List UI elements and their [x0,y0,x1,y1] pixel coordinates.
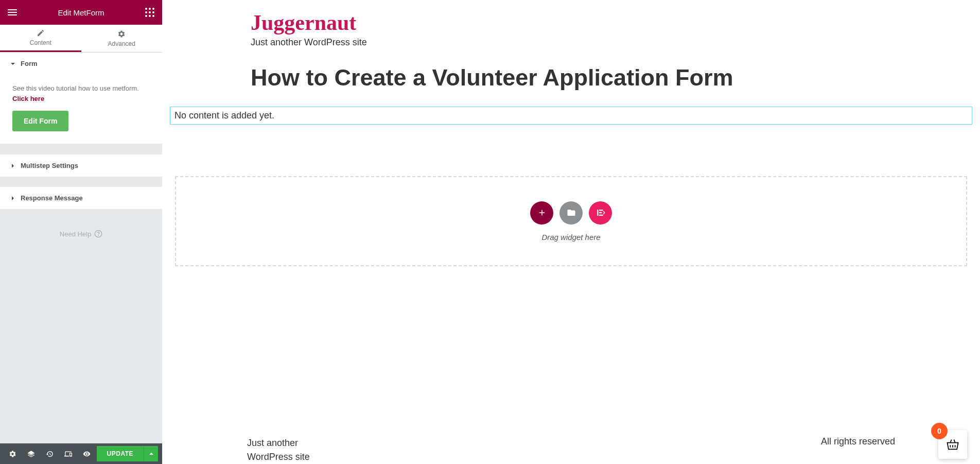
folder-icon [567,208,576,217]
sidebar-header: Edit MetForm [0,0,162,25]
section-multistep-title: Multistep Settings [21,162,78,169]
sidebar: Edit MetForm Content Advanced Form [0,0,162,464]
apps-grid-icon[interactable] [144,6,156,19]
basket-icon [946,437,960,452]
section-multistep[interactable]: Multistep Settings [0,154,162,177]
responsive-icon[interactable] [60,445,76,462]
no-content-placeholder[interactable]: No content is added yet. [170,107,972,125]
sidebar-footer: UPDATE [0,443,162,464]
svg-rect-14 [599,215,603,216]
svg-point-7 [149,15,151,17]
cart-widget: 0 [938,430,967,459]
panel-tabs: Content Advanced [0,25,162,53]
tab-advanced[interactable]: Advanced [81,25,163,52]
svg-point-5 [152,11,154,13]
ek-icon [596,208,605,217]
help-icon [94,230,102,238]
drop-zone[interactable]: Drag widget here [175,176,967,266]
update-dropdown-button[interactable] [144,446,158,461]
svg-point-2 [152,8,154,10]
preview-icon[interactable] [78,445,95,462]
svg-point-8 [152,15,154,17]
footer-tagline: Just another WordPress site [247,436,340,464]
settings-icon[interactable] [4,445,21,462]
svg-point-6 [145,15,147,17]
svg-rect-11 [597,210,598,216]
need-help[interactable]: Need Help [0,209,162,259]
section-response[interactable]: Response Message [0,187,162,209]
svg-point-1 [149,8,151,10]
history-icon[interactable] [41,445,58,462]
site-title[interactable]: Juggernaut [251,10,975,35]
template-library-button[interactable] [559,201,583,225]
hamburger-icon[interactable] [6,6,19,19]
svg-point-10 [98,235,99,236]
plus-icon [537,208,547,217]
section-form-header[interactable]: Form [0,53,162,75]
caret-right-icon [10,163,15,168]
section-form-title: Form [21,60,38,67]
divider [0,177,162,187]
site-tagline: Just another WordPress site [251,37,975,48]
footer-rights: All rights reserved [821,436,895,447]
tab-advanced-label: Advanced [108,40,135,47]
need-help-label: Need Help [60,230,91,238]
elementskit-button[interactable] [589,201,612,225]
tutorial-link[interactable]: Click here [12,95,44,102]
edit-form-button[interactable]: Edit Form [12,111,68,131]
drag-hint: Drag widget here [541,233,600,242]
page-title: How to Create a Volunteer Application Fo… [167,63,733,92]
caret-down-icon [10,61,15,66]
add-section-button[interactable] [530,201,553,225]
cart-count-badge: 0 [931,423,948,439]
gear-icon [117,30,126,38]
preview-footer: Just another WordPress site All rights r… [162,431,980,464]
site-header: Juggernaut Just another WordPress site [167,10,975,48]
preview-area: Juggernaut Just another WordPress site H… [162,0,980,464]
svg-rect-12 [599,210,603,211]
tab-content-label: Content [30,39,51,46]
pencil-icon [37,29,45,37]
section-response-title: Response Message [21,194,83,202]
update-button[interactable]: UPDATE [97,446,144,461]
caret-right-icon [10,196,15,201]
navigator-icon[interactable] [23,445,39,462]
svg-point-0 [145,8,147,10]
svg-point-4 [149,11,151,13]
caret-up-icon [149,451,154,456]
section-form-body: See this video tutorial how to use metfo… [0,75,162,144]
sidebar-title: Edit MetForm [58,8,104,17]
divider [0,144,162,154]
panel-sections: Form See this video tutorial how to use … [0,53,162,144]
tab-content[interactable]: Content [0,25,81,52]
svg-point-3 [145,11,147,13]
tutorial-text: See this video tutorial how to use metfo… [12,83,150,104]
svg-rect-13 [599,212,602,213]
